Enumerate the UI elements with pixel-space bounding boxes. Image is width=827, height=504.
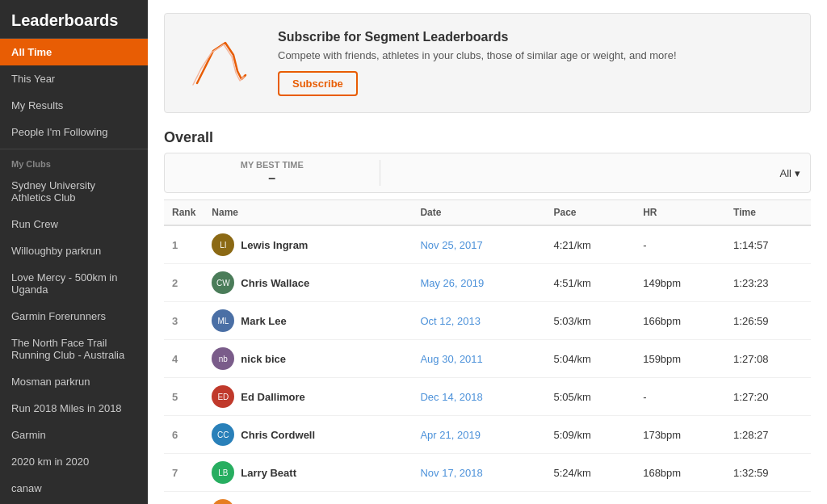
hr-cell: - <box>635 492 725 505</box>
name-cell: LBLarry Beatt <box>204 454 412 492</box>
avatar: nb <box>212 347 234 370</box>
time-cell: 1:26:59 <box>725 302 811 340</box>
name-cell: CCChris Cordwell <box>204 416 412 454</box>
avatar: LB <box>212 461 234 484</box>
sidebar-club-2020km[interactable]: 2020 km in 2020 <box>0 448 148 475</box>
date-cell: Apr 21, 2019 <box>412 416 545 454</box>
col-header-rank: Rank <box>164 200 204 226</box>
athlete-name[interactable]: Chris Cordwell <box>241 429 315 441</box>
athlete-name[interactable]: Lewis Ingram <box>241 239 308 251</box>
sidebar-club-run-crew[interactable]: Run Crew <box>0 211 148 237</box>
subscribe-button[interactable]: Subscribe <box>278 71 358 96</box>
table-row: 1LILewis IngramNov 25, 20174:21/km-1:14:… <box>164 225 811 264</box>
sidebar-club-sydney-uni[interactable]: Sydney University Athletics Club <box>0 172 148 211</box>
hr-cell: 166bpm <box>635 302 725 340</box>
sidebar-item-my-results[interactable]: My Results <box>0 92 148 119</box>
table-row: 5EDEd DallimoreDec 14, 20185:05/km-1:27:… <box>164 378 811 416</box>
sidebar-club-love-mercy[interactable]: Love Mercy - 500km in Uganda <box>0 264 148 303</box>
col-header-date: Date <box>412 200 545 226</box>
pace-cell: 5:04/km <box>545 340 635 378</box>
hr-cell: - <box>635 225 725 264</box>
page-title: Leaderboards <box>0 0 148 39</box>
banner-title: Subscribe for Segment Leaderboards <box>278 30 677 44</box>
date-cell: May 26, 2019 <box>412 264 545 302</box>
time-cell: 1:33:03 <box>725 492 811 505</box>
avatar: CW <box>212 271 234 294</box>
my-best-time-label: MY BEST TIME <box>174 160 370 170</box>
hr-cell: - <box>635 378 725 416</box>
date-link[interactable]: Apr 21, 2019 <box>420 429 480 441</box>
filter-dropdown[interactable]: All <box>780 167 800 179</box>
time-cell: 1:27:20 <box>725 378 811 416</box>
table-body: 1LILewis IngramNov 25, 20174:21/km-1:14:… <box>164 225 811 504</box>
segment-preview <box>181 27 262 99</box>
athlete-name[interactable]: Mark Lee <box>241 315 286 327</box>
time-cell: 1:28:27 <box>725 416 811 454</box>
col-header-pace: Pace <box>545 200 635 226</box>
time-cell: 1:14:57 <box>725 225 811 264</box>
athlete-name[interactable]: Ed Dallimore <box>241 391 304 403</box>
my-best-time-value: – <box>174 171 370 186</box>
rank-cell: 1 <box>164 225 204 264</box>
date-cell: Apr 2, 2016 <box>412 492 545 505</box>
rank-cell: 8 <box>164 492 204 505</box>
hr-cell: 149bpm <box>635 264 725 302</box>
sidebar-club-mosman-parkrun[interactable]: Mosman parkrun <box>0 368 148 395</box>
sidebar-club-willoughby-parkrun[interactable]: Willoughby parkrun <box>0 237 148 264</box>
date-link[interactable]: Dec 14, 2018 <box>420 391 482 403</box>
sidebar-item-this-year[interactable]: This Year <box>0 65 148 92</box>
pace-cell: 4:51/km <box>545 264 635 302</box>
avatar: CC <box>212 423 234 446</box>
table-row: 4nbnick biceAug 30, 20115:04/km159bpm1:2… <box>164 340 811 378</box>
leaderboard-table: RankNameDatePaceHRTime 1LILewis IngramNo… <box>164 200 811 504</box>
pace-cell: 5:03/km <box>545 302 635 340</box>
avatar: ED <box>212 385 234 408</box>
hr-cell: 159bpm <box>635 340 725 378</box>
date-link[interactable]: May 26, 2019 <box>420 277 484 289</box>
table-row: 7LBLarry BeattNov 17, 20185:24/km168bpm1… <box>164 454 811 492</box>
name-cell: LILewis Ingram <box>204 225 412 264</box>
sidebar-club-garmin-forerunners[interactable]: Garmin Forerunners <box>0 303 148 330</box>
date-cell: Dec 14, 2018 <box>412 378 545 416</box>
date-cell: Oct 12, 2013 <box>412 302 545 340</box>
date-link[interactable]: Nov 17, 2018 <box>420 467 482 479</box>
athlete-name[interactable]: Chris Wallace <box>241 277 309 289</box>
athlete-name[interactable]: Larry Beatt <box>241 467 296 479</box>
rank-cell: 7 <box>164 454 204 492</box>
name-cell: MLMark Lee <box>204 302 412 340</box>
sidebar-club-garmin[interactable]: Garmin <box>0 422 148 448</box>
sidebar-item-all-time[interactable]: All Time <box>0 39 148 65</box>
sidebar-club-north-face[interactable]: The North Face Trail Running Club - Aust… <box>0 330 148 368</box>
clubs-section-label: My Clubs <box>0 153 148 172</box>
rank-cell: 2 <box>164 264 204 302</box>
athlete-name[interactable]: nick bice <box>241 353 286 365</box>
pace-cell: 5:24/km <box>545 454 635 492</box>
sidebar: Leaderboards All TimeThis YearMy Results… <box>0 0 148 504</box>
subscribe-banner: Subscribe for Segment Leaderboards Compe… <box>164 13 811 113</box>
table-row: 8NUNeil UrryApr 2, 20165:25/km-1:33:03 <box>164 492 811 505</box>
sidebar-item-people-following[interactable]: People I'm Following <box>0 119 148 145</box>
table-row: 3MLMark LeeOct 12, 20135:03/km166bpm1:26… <box>164 302 811 340</box>
pace-cell: 5:25/km <box>545 492 635 505</box>
date-link[interactable]: Oct 12, 2013 <box>420 315 480 327</box>
name-cell: nbnick bice <box>204 340 412 378</box>
date-cell: Nov 25, 2017 <box>412 225 545 264</box>
name-cell: NUNeil Urry <box>204 492 412 505</box>
date-link[interactable]: Aug 30, 2011 <box>420 353 482 365</box>
table-row: 6CCChris CordwellApr 21, 20195:09/km173b… <box>164 416 811 454</box>
sidebar-club-canaw[interactable]: canaw <box>0 475 148 502</box>
main-content: Subscribe for Segment Leaderboards Compe… <box>148 0 827 504</box>
sidebar-club-run-2018[interactable]: Run 2018 Miles in 2018 <box>0 395 148 422</box>
pace-cell: 5:05/km <box>545 378 635 416</box>
banner-text: Subscribe for Segment Leaderboards Compe… <box>278 30 677 96</box>
pace-cell: 5:09/km <box>545 416 635 454</box>
avatar: NU <box>212 499 234 504</box>
name-cell: CWChris Wallace <box>204 264 412 302</box>
date-cell: Aug 30, 2011 <box>412 340 545 378</box>
hr-cell: 173bpm <box>635 416 725 454</box>
col-header-name: Name <box>204 200 412 226</box>
hr-cell: 168bpm <box>635 454 725 492</box>
table-header: RankNameDatePaceHRTime <box>164 200 811 226</box>
date-link[interactable]: Nov 25, 2017 <box>420 239 482 251</box>
rank-cell: 6 <box>164 416 204 454</box>
